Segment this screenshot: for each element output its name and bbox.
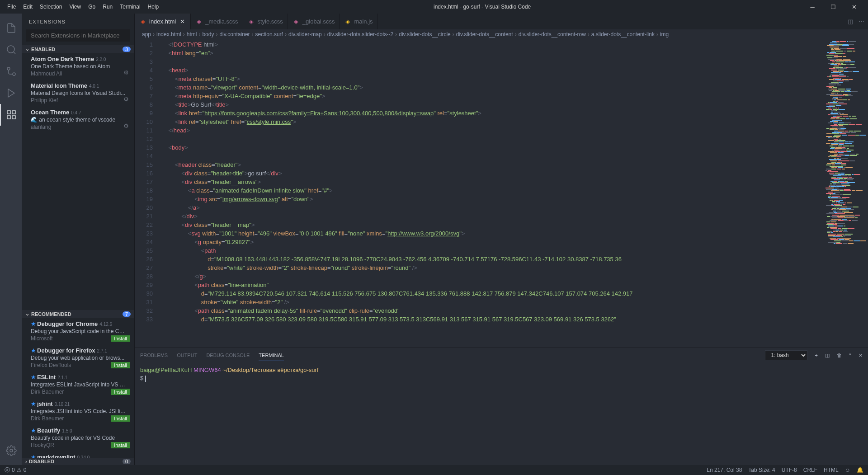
extension-item[interactable]: ★markdownlint0.34.0 Markdown linting and… <box>22 451 134 458</box>
extension-item[interactable]: ★ESLint2.1.1 Integrates ESLint JavaScrip… <box>22 371 134 398</box>
chevron-down-icon: ⌄ <box>25 311 29 317</box>
tab-label: _global.scss <box>302 18 335 25</box>
tab-main.js[interactable]: ◈ main.js <box>340 14 377 29</box>
editor-content[interactable]: 1234567891011121314151617181920212223242… <box>135 39 868 348</box>
close-panel-icon[interactable]: ✕ <box>859 353 863 358</box>
breadcrumb-item[interactable]: img <box>660 31 669 38</box>
close-button[interactable]: ✕ <box>844 0 864 14</box>
breadcrumb-item[interactable]: a.slider-dots__content-link <box>591 31 655 38</box>
ext-desc: Integrates ESLint JavaScript into VS Co.… <box>31 381 127 388</box>
more-actions-icon[interactable]: ⋯ <box>859 18 864 25</box>
terminal-prompt: $ <box>140 375 143 381</box>
recommended-list: ★Debugger for Chrome4.12.6 Debug your Ja… <box>22 318 134 458</box>
tab-style.scss[interactable]: ◈ style.scss <box>243 14 288 29</box>
install-button[interactable]: Install <box>111 442 130 448</box>
statusbar: ⓧ0 ⚠0 Ln 217, Col 38 Tab Size: 4 UTF-8 C… <box>0 465 868 475</box>
activity-search[interactable] <box>0 39 22 61</box>
breadcrumb-item[interactable]: body <box>202 31 214 38</box>
error-icon: ⓧ <box>5 466 10 474</box>
activity-source-control[interactable] <box>0 61 22 82</box>
enabled-section-header[interactable]: ⌄ ENABLED 3 <box>22 45 134 53</box>
ext-version: 4.12.6 <box>99 322 112 327</box>
menu-terminal[interactable]: Terminal <box>116 2 144 12</box>
search-input[interactable] <box>26 29 130 42</box>
panel-tab-output[interactable]: OUTPUT <box>177 350 197 361</box>
menu-run[interactable]: Run <box>99 2 116 12</box>
gear-icon[interactable]: ⚙ <box>123 122 129 129</box>
extension-item[interactable]: Material Icon Theme4.0.1 Material Design… <box>22 80 134 106</box>
gear-icon[interactable]: ⚙ <box>123 96 129 103</box>
breadcrumb-item[interactable]: div.container <box>219 31 250 38</box>
breadcrumb-item[interactable]: section.surf <box>255 31 283 38</box>
extension-item[interactable]: Atom One Dark Theme2.2.0 One Dark Theme … <box>22 53 134 80</box>
breadcrumb-item[interactable]: index.html <box>156 31 181 38</box>
extension-item[interactable]: ★jshint0.10.21 Integrates JSHint into VS… <box>22 398 134 424</box>
tab-index.html[interactable]: ◈ index.html ✕ <box>135 14 191 29</box>
terminal-content[interactable]: baiga@PeIIIaJIKuH MINGW64 ~/Desktop/Тест… <box>135 362 868 465</box>
status-language[interactable]: HTML <box>824 467 839 473</box>
minimize-button[interactable]: ─ <box>802 0 823 14</box>
install-button[interactable]: Install <box>111 389 130 395</box>
status-feedback-icon[interactable]: ☺ <box>845 467 850 473</box>
menu-selection[interactable]: Selection <box>36 2 66 12</box>
activity-settings[interactable] <box>0 440 22 461</box>
maximize-panel-icon[interactable]: ^ <box>849 353 851 358</box>
split-terminal-icon[interactable]: ◫ <box>825 353 830 358</box>
activity-explorer[interactable] <box>0 17 22 39</box>
gear-icon[interactable]: ⚙ <box>123 69 129 76</box>
filter-icon[interactable]: ⋯ <box>111 19 116 24</box>
disabled-section-header[interactable]: › DISABLED 0 <box>22 458 134 465</box>
breadcrumb-item[interactable]: div.slider-map <box>288 31 322 38</box>
extension-item[interactable]: ★Beautify1.5.0 Beautify code in place fo… <box>22 424 134 451</box>
activity-debug[interactable] <box>0 82 22 104</box>
status-tab-size[interactable]: Tab Size: 4 <box>748 467 775 473</box>
new-terminal-icon[interactable]: + <box>815 353 817 358</box>
maximize-button[interactable]: ☐ <box>823 0 844 14</box>
breadcrumb-item[interactable]: app <box>142 31 151 38</box>
status-bell-icon[interactable]: 🔔 <box>857 467 863 473</box>
ext-author: alanlang <box>31 124 127 130</box>
close-tab-icon[interactable]: ✕ <box>179 18 186 25</box>
activity-extensions[interactable] <box>0 104 22 126</box>
terminal-select[interactable]: 1: bash <box>765 350 807 360</box>
extension-item[interactable]: Ocean Theme0.4.7 🌊 an ocean style theme … <box>22 106 134 133</box>
menu-file[interactable]: File <box>4 2 19 12</box>
tab-_media.scss[interactable]: ◈ _media.scss <box>191 14 243 29</box>
install-button[interactable]: Install <box>111 362 130 368</box>
sidebar-header: EXTENSIONS ⋯ ⋯ <box>22 14 134 29</box>
sass-icon: ◈ <box>195 18 203 25</box>
split-editor-icon[interactable]: ◫ <box>848 18 853 25</box>
status-encoding[interactable]: UTF-8 <box>782 467 797 473</box>
extension-item[interactable]: ★Debugger for Chrome4.12.6 Debug your Ja… <box>22 318 134 344</box>
breadcrumb-item[interactable]: div.slider-dots__content-row <box>519 31 586 38</box>
ext-desc: Material Design Icons for Visual Studi..… <box>31 90 127 96</box>
ext-name: markdownlint <box>37 454 75 458</box>
menu-edit[interactable]: Edit <box>19 2 36 12</box>
minimap[interactable] <box>823 39 868 348</box>
more-icon[interactable]: ⋯ <box>122 19 127 24</box>
install-button[interactable]: Install <box>111 415 130 422</box>
status-eol[interactable]: CRLF <box>803 467 817 473</box>
menu-help[interactable]: Help <box>144 2 163 12</box>
install-button[interactable]: Install <box>111 335 130 342</box>
panel-tab-debug[interactable]: DEBUG CONSOLE <box>206 350 250 361</box>
status-errors[interactable]: ⓧ0 ⚠0 <box>5 466 26 474</box>
recommended-section-header[interactable]: ⌄ RECOMMENDED 7 <box>22 310 134 318</box>
menu-go[interactable]: Go <box>85 2 99 12</box>
sass-icon: ◈ <box>292 18 300 25</box>
panel-tab-terminal[interactable]: TERMINAL <box>259 350 284 361</box>
code-area[interactable]: <!DOCTYPE html> <html lang="en"> <head> … <box>162 39 823 348</box>
tab-_global.scss[interactable]: ◈ _global.scss <box>288 14 340 29</box>
breadcrumb-item[interactable]: html <box>187 31 197 38</box>
tab-label: _media.scss <box>205 18 238 25</box>
breadcrumb-item[interactable]: div.slider-dots__circle <box>399 31 451 38</box>
status-position[interactable]: Ln 217, Col 38 <box>707 467 742 473</box>
svg-point-1 <box>13 73 15 75</box>
panel-tab-problems[interactable]: PROBLEMS <box>140 350 168 361</box>
menu-view[interactable]: View <box>66 2 85 12</box>
trash-icon[interactable]: 🗑 <box>837 353 842 358</box>
breadcrumb-item[interactable]: div.slider-dots.slider-dots--2 <box>327 31 394 38</box>
ext-desc: Integrates JSHint into VS Code. JSHint..… <box>31 408 127 414</box>
extension-item[interactable]: ★Debugger for Firefox2.7.1 Debug your we… <box>22 344 134 371</box>
breadcrumb-item[interactable]: div.slider-dots__content <box>456 31 513 38</box>
